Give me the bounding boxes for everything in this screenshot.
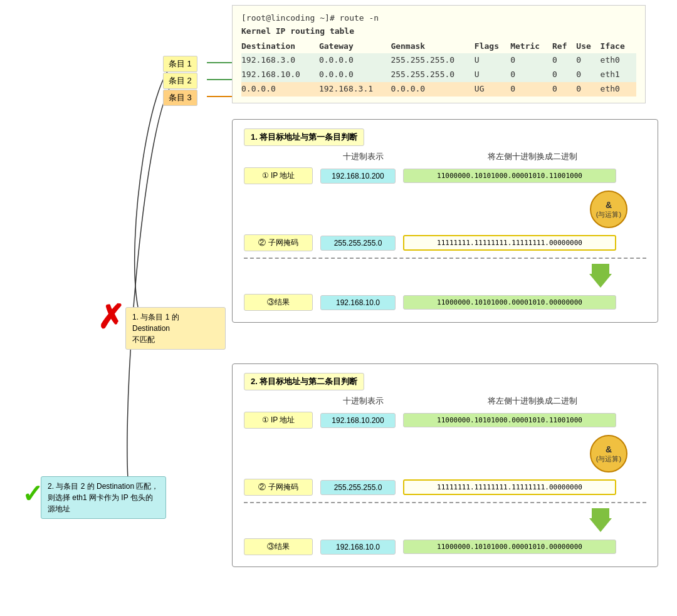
terminal-box: [root@lincoding ~]# route -n Kernel IP r… (232, 5, 646, 103)
gw2: 0.0.0.0 (319, 68, 391, 82)
p1-mask-decimal: 255.255.255.0 (320, 236, 396, 251)
use2: 0 (576, 68, 600, 82)
col-genmask: Genmask (391, 39, 474, 54)
use3: 0 (576, 82, 600, 97)
dest1: 192.168.3.0 (241, 53, 319, 68)
gw3: 192.168.3.1 (319, 82, 391, 97)
ref2: 0 (552, 68, 576, 82)
p2-and-circle: & (与运算) (590, 435, 627, 472)
col-iface: Iface (601, 39, 636, 54)
entry-label-3: 条目 3 (163, 90, 197, 106)
routing-table: Destination Gateway Genmask Flags Metric… (241, 39, 636, 97)
col-use: Use (576, 39, 600, 54)
p2-result-decimal: 192.168.10.0 (320, 540, 396, 555)
col-gateway: Gateway (319, 39, 391, 54)
panel-2-title: 2. 将目标地址与第二条目判断 (244, 373, 364, 390)
match-text: 2. 与条目 2 的 Destination 匹配，则选择 eth1 网卡作为 … (48, 482, 159, 513)
p2-mask-binary: 11111111.11111111.11111111.00000000 (403, 479, 616, 495)
p1-ip-binary: 11000000.10101000.00001010.11001000 (403, 169, 616, 183)
p1-result-binary: 11000000.10101000.00001010.00000000 (403, 295, 616, 310)
mask1: 255.255.255.0 (391, 53, 474, 68)
p2-result-label: ③结果 (244, 538, 313, 555)
p1-and-sub: (与运算) (596, 210, 621, 219)
flags2: U (475, 68, 510, 82)
iface3: eth0 (601, 82, 636, 97)
mask3: 0.0.0.0 (391, 82, 474, 97)
mask2: 255.255.255.0 (391, 68, 474, 82)
p1-and-label: & (606, 200, 612, 210)
flags3: UG (475, 82, 510, 97)
panel-1: 1. 将目标地址与第一条目判断 十进制表示 将左侧十进制换成二进制 ① IP 地… (232, 119, 658, 323)
panel-2: 2. 将目标地址与第二条目判断 十进制表示 将左侧十进制换成二进制 ① IP 地… (232, 363, 658, 567)
table-row: 192.168.3.0 0.0.0.0 255.255.255.0 U 0 0 … (241, 53, 636, 68)
dest2: 192.168.10.0 (241, 68, 319, 82)
check-mark: ✓ (22, 481, 43, 506)
gw1: 0.0.0.0 (319, 53, 391, 68)
table-row: 0.0.0.0 192.168.3.1 0.0.0.0 UG 0 0 0 eth… (241, 82, 636, 97)
p2-ip-binary: 11000000.10101000.00001010.11001000 (403, 413, 616, 427)
metric3: 0 (510, 82, 552, 97)
mismatch-note: 1. 与条目 1 的 Destination不匹配 (125, 307, 226, 350)
p2-and-sub: (与运算) (596, 454, 621, 464)
iface1: eth0 (601, 53, 636, 68)
p1-col2-header: 将左侧十进制换成二进制 (426, 151, 639, 162)
dest3: 0.0.0.0 (241, 82, 319, 97)
p2-col2-header: 将左侧十进制换成二进制 (426, 395, 639, 407)
terminal-command: [root@lincoding ~]# route -n (241, 12, 636, 25)
metric1: 0 (510, 53, 552, 68)
p1-mask-label: ② 子网掩码 (244, 234, 313, 251)
mismatch-text: 1. 与条目 1 的 Destination不匹配 (132, 313, 179, 344)
match-note: 2. 与条目 2 的 Destination 匹配，则选择 eth1 网卡作为 … (41, 476, 166, 519)
p2-and-label: & (606, 444, 612, 454)
p2-col1-header: 十进制表示 (325, 395, 401, 407)
entry-label-2: 条目 2 (163, 73, 197, 89)
col-flags: Flags (475, 39, 510, 54)
terminal-title: Kernel IP routing table (241, 25, 636, 38)
p1-col1-header: 十进制表示 (325, 151, 401, 162)
p1-ip-label: ① IP 地址 (244, 167, 313, 184)
col-ref: Ref (552, 39, 576, 54)
use1: 0 (576, 53, 600, 68)
ref1: 0 (552, 53, 576, 68)
metric2: 0 (510, 68, 552, 82)
p1-result-label: ③结果 (244, 294, 313, 311)
col-destination: Destination (241, 39, 319, 54)
main-container: [root@lincoding ~]# route -n Kernel IP r… (0, 0, 677, 616)
p1-and-circle: & (与运算) (590, 191, 627, 228)
p1-result-decimal: 192.168.10.0 (320, 295, 396, 310)
x-mark: ✗ (97, 301, 125, 333)
p2-result-binary: 11000000.10101000.00001010.00000000 (403, 540, 616, 554)
col-metric: Metric (510, 39, 552, 54)
panel-1-title: 1. 将目标地址与第一条目判断 (244, 128, 364, 146)
p1-ip-decimal: 192.168.10.200 (320, 169, 396, 184)
ref3: 0 (552, 82, 576, 97)
entry-label-1: 条目 1 (163, 56, 197, 72)
iface2: eth1 (601, 68, 636, 82)
p2-ip-decimal: 192.168.10.200 (320, 413, 396, 428)
p2-ip-label: ① IP 地址 (244, 412, 313, 429)
flags1: U (475, 53, 510, 68)
table-row: 192.168.10.0 0.0.0.0 255.255.255.0 U 0 0… (241, 68, 636, 82)
p1-mask-binary: 11111111.11111111.11111111.00000000 (403, 235, 616, 251)
p2-mask-decimal: 255.255.255.0 (320, 480, 396, 495)
p1-divider (244, 258, 646, 259)
p2-divider (244, 502, 646, 503)
p2-mask-label: ② 子网掩码 (244, 479, 313, 496)
